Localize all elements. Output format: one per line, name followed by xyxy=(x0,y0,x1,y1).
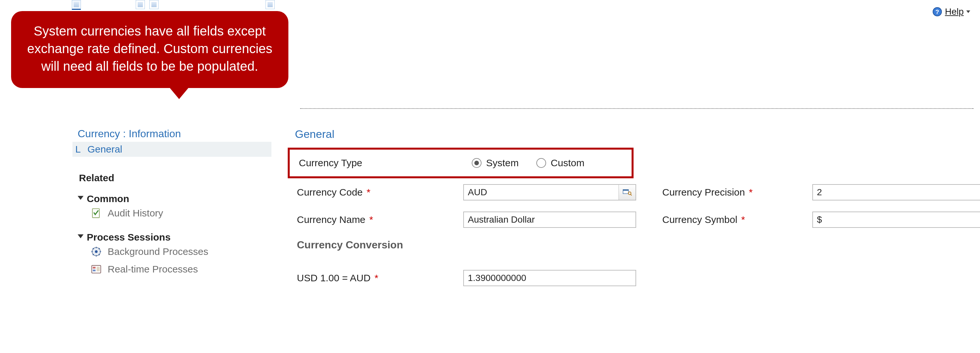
svg-point-4 xyxy=(95,250,98,253)
callout-arrow-icon xyxy=(169,87,189,99)
radio-custom-label: Custom xyxy=(550,157,584,168)
form-navigation: Currency : Information L General Related… xyxy=(72,128,271,278)
nav-item-audit-history-label: Audit History xyxy=(108,207,163,219)
chevron-down-icon xyxy=(966,10,970,13)
svg-rect-6 xyxy=(93,267,95,269)
help-menu[interactable]: ? Help xyxy=(932,6,970,17)
currency-name-field[interactable] xyxy=(463,212,636,228)
currency-name-label: Currency Name* xyxy=(297,214,463,225)
currency-code-lookup-button[interactable] xyxy=(619,184,636,201)
nav-heading-related: Related xyxy=(72,173,271,184)
toolbar-button-1[interactable] xyxy=(72,0,81,10)
svg-text:?: ? xyxy=(935,8,939,15)
help-icon: ? xyxy=(932,7,942,17)
form-section-general: General Currency Type System Custom Curr… xyxy=(271,128,980,286)
nav-item-background-processes-label: Background Processes xyxy=(108,246,208,257)
currency-type-row: Currency Type System Custom xyxy=(288,148,633,178)
currency-code-field-wrap xyxy=(463,184,636,201)
currency-type-label: Currency Type xyxy=(299,157,452,168)
nav-group-process-sessions-label: Process Sessions xyxy=(87,232,170,243)
currency-symbol-label: Currency Symbol* xyxy=(662,214,812,225)
currency-code-field[interactable] xyxy=(463,184,636,201)
tree-glyph-icon: L xyxy=(72,144,84,155)
required-icon: * xyxy=(741,214,745,225)
background-processes-icon xyxy=(91,246,102,257)
currency-precision-label: Currency Precision* xyxy=(662,187,812,198)
required-icon: * xyxy=(374,272,379,283)
radio-system[interactable]: System xyxy=(472,157,519,168)
annotation-text: System currencies have all fields except… xyxy=(27,24,272,73)
radio-custom[interactable]: Custom xyxy=(536,157,584,168)
nav-link-general[interactable]: L General xyxy=(72,142,271,157)
audit-history-icon xyxy=(91,207,102,219)
annotation-callout: System currencies have all fields except… xyxy=(11,11,288,88)
radio-icon xyxy=(536,158,546,168)
realtime-processes-icon xyxy=(91,264,102,275)
currency-precision-field[interactable] xyxy=(812,184,980,201)
radio-icon xyxy=(472,158,482,168)
currency-symbol-field[interactable] xyxy=(812,212,980,228)
collapse-caret-icon xyxy=(78,234,84,241)
collapse-caret-icon xyxy=(78,196,84,203)
toolbar-button-3[interactable] xyxy=(150,0,159,9)
required-icon: * xyxy=(369,214,373,225)
currency-code-label: Currency Code* xyxy=(297,187,463,198)
nav-group-common[interactable]: Common xyxy=(72,193,271,204)
nav-group-process-sessions[interactable]: Process Sessions xyxy=(72,232,271,243)
nav-group-common-label: Common xyxy=(87,193,129,204)
nav-item-audit-history[interactable]: Audit History xyxy=(72,204,271,222)
section-subheading-conversion: Currency Conversion xyxy=(297,239,980,251)
nav-item-realtime-processes-label: Real-time Processes xyxy=(108,264,198,275)
nav-item-realtime-processes[interactable]: Real-time Processes xyxy=(72,260,271,278)
exchange-rate-field[interactable] xyxy=(463,270,636,286)
required-icon: * xyxy=(749,187,752,198)
section-title-general: General xyxy=(288,128,980,141)
nav-group-title: Currency : Information xyxy=(72,128,271,142)
separator xyxy=(300,108,974,109)
svg-line-12 xyxy=(630,194,632,196)
required-icon: * xyxy=(367,187,371,198)
nav-link-general-label: General xyxy=(88,142,271,157)
svg-rect-10 xyxy=(623,190,628,191)
lookup-icon xyxy=(623,189,632,196)
exchange-rate-label: USD 1.00 = AUD* xyxy=(297,272,463,283)
currency-type-radio-group: System Custom xyxy=(472,157,584,168)
nav-item-background-processes[interactable]: Background Processes xyxy=(72,243,271,260)
toolbar xyxy=(72,0,294,10)
svg-rect-8 xyxy=(97,267,100,272)
toolbar-button-2[interactable] xyxy=(136,0,145,9)
svg-rect-7 xyxy=(93,269,95,271)
radio-system-label: System xyxy=(486,157,519,168)
toolbar-button-4[interactable] xyxy=(266,0,275,9)
help-label: Help xyxy=(945,6,964,17)
